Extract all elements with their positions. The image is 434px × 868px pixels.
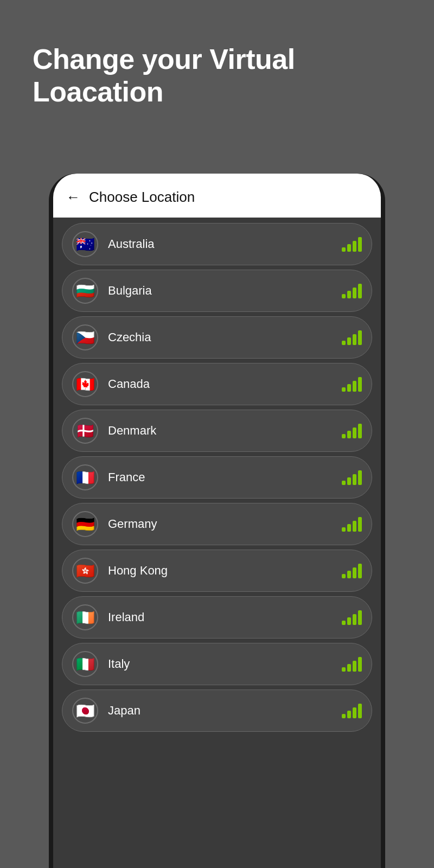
location-item[interactable]: 🇯🇵Japan [62, 690, 372, 732]
country-name: Italy [108, 657, 342, 671]
country-name: Canada [108, 377, 342, 391]
country-name: Hong Kong [108, 564, 342, 578]
location-item[interactable]: 🇭🇰Hong Kong [62, 550, 372, 592]
country-name: Germany [108, 517, 342, 531]
signal-strength-icon [342, 656, 362, 672]
phone-frame: ← Choose Location 🇦🇺Australia🇧🇬Bulgaria🇨… [49, 174, 385, 868]
location-item[interactable]: 🇦🇺Australia [62, 223, 372, 265]
country-flag: 🇩🇪 [72, 511, 98, 537]
country-flag: 🇮🇪 [72, 604, 98, 630]
location-list: 🇦🇺Australia🇧🇬Bulgaria🇨🇿Czechia🇨🇦Canada🇩🇰… [53, 218, 381, 737]
country-name: Denmark [108, 424, 342, 438]
page-background: Change your Virtual Loacation ← Choose L… [0, 0, 434, 868]
location-item[interactable]: 🇩🇪Germany [62, 503, 372, 545]
signal-strength-icon [342, 283, 362, 298]
country-flag: 🇦🇺 [72, 231, 98, 257]
location-item[interactable]: 🇮🇪Ireland [62, 596, 372, 639]
country-flag: 🇮🇹 [72, 651, 98, 677]
country-name: Bulgaria [108, 284, 342, 298]
back-button[interactable]: ← [66, 189, 80, 206]
location-item[interactable]: 🇨🇦Canada [62, 363, 372, 405]
signal-strength-icon [342, 516, 362, 532]
signal-strength-icon [342, 237, 362, 252]
country-name: Australia [108, 237, 342, 251]
country-name: Czechia [108, 330, 342, 344]
signal-strength-icon [342, 470, 362, 485]
signal-strength-icon [342, 376, 362, 392]
screen-title: Choose Location [89, 189, 195, 206]
signal-strength-icon [342, 330, 362, 345]
country-flag: 🇧🇬 [72, 278, 98, 304]
country-flag: 🇯🇵 [72, 698, 98, 724]
phone-screen: ← Choose Location 🇦🇺Australia🇧🇬Bulgaria🇨… [53, 174, 381, 868]
header-section: Change your Virtual Loacation [33, 43, 401, 108]
country-flag: 🇫🇷 [72, 464, 98, 490]
location-item[interactable]: 🇩🇰Denmark [62, 410, 372, 452]
top-bar: ← Choose Location [53, 174, 381, 218]
signal-strength-icon [342, 703, 362, 718]
location-item[interactable]: 🇨🇿Czechia [62, 316, 372, 359]
country-name: France [108, 470, 342, 484]
country-name: Japan [108, 704, 342, 718]
signal-strength-icon [342, 563, 362, 578]
signal-strength-icon [342, 610, 362, 625]
country-flag: 🇭🇰 [72, 558, 98, 584]
country-flag: 🇨🇦 [72, 371, 98, 397]
country-name: Ireland [108, 610, 342, 624]
location-item[interactable]: 🇧🇬Bulgaria [62, 270, 372, 312]
country-flag: 🇩🇰 [72, 418, 98, 444]
location-item[interactable]: 🇮🇹Italy [62, 643, 372, 685]
country-flag: 🇨🇿 [72, 324, 98, 350]
location-item[interactable]: 🇫🇷France [62, 456, 372, 499]
page-title: Change your Virtual Loacation [33, 43, 401, 108]
signal-strength-icon [342, 423, 362, 438]
